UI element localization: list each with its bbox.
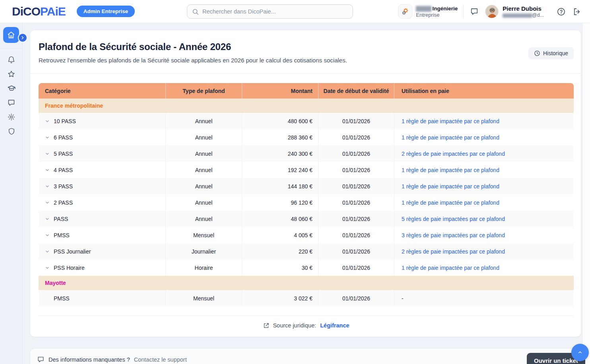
logout-icon[interactable] [572,6,582,17]
sidebar-expand-button[interactable] [18,33,27,43]
category-name: 6 PASS [54,134,73,141]
company-name-redacted: ▇▇▇▇ [416,6,431,12]
usage-rules-link[interactable]: 1 règle de paie impactée par ce plafond [402,134,499,141]
usage-rules-link[interactable]: 1 règle de paie impactée par ce plafond [402,118,499,124]
company-switcher[interactable]: ▇▇▇▇ Ingénierie Entreprise [398,4,458,19]
star-icon [7,70,16,78]
sidebar-item-notifications[interactable] [0,52,23,67]
company-type-label: Entreprise [416,12,458,18]
usage-rules-link[interactable]: 1 règle de paie impactée par ce plafond [402,199,499,206]
shield-icon [8,127,16,136]
amount-cell: 220 € [242,243,318,259]
usage-rules-link[interactable]: 5 règles de paie impactées par ce plafon… [402,216,505,222]
source-label: Source juridique: [273,322,316,329]
table-row: PMSSMensuel4 005 €01/01/20263 règles de … [39,227,574,243]
search-input[interactable] [202,8,348,15]
support-chat-icon [37,356,45,363]
chevron-down-icon[interactable] [45,135,50,140]
validity-date-cell: 01/01/2026 [318,243,394,259]
category-cell: PMSS [39,227,166,243]
chevron-down-icon[interactable] [45,168,50,172]
sidebar-item-favorites[interactable] [0,67,23,81]
table-row: PMSSMensuel3 022 €01/01/2026- [39,290,574,306]
category-cell: 4 PASS [39,162,166,178]
logo-part2: PAiE [40,5,66,18]
chevron-down-icon[interactable] [45,151,50,156]
amount-cell: 144 180 € [242,178,318,194]
search-icon [192,8,199,15]
section-label: Mayotte [45,280,66,286]
chevron-down-icon[interactable] [45,184,50,189]
validity-date-cell: 01/01/2026 [318,129,394,145]
usage-cell: - [394,290,574,306]
validity-date-cell: 01/01/2026 [318,227,394,243]
category-name: 3 PASS [54,183,73,190]
column-header-montant: Montant [242,83,318,99]
category-cell: PMSS [39,290,166,306]
chevron-right-icon [21,36,25,40]
sidebar-item-training[interactable] [0,81,23,95]
usage-cell: 3 règles de paie impactées par ce plafon… [394,227,574,243]
type-cell: Annuel [166,129,242,145]
usage-cell: 5 règles de paie impactées par ce plafon… [394,211,574,227]
user-name: Pierre Dubois [503,5,544,12]
bell-icon [7,56,16,64]
amount-cell: 48 060 € [242,211,318,227]
sidebar-item-security[interactable] [0,124,23,138]
chevron-down-icon[interactable] [45,119,50,124]
contact-support-link[interactable]: Contactez le support [134,356,187,363]
column-header-date: Date de début de validité [318,83,394,99]
category-cell: 5 PASS [39,145,166,162]
help-icon[interactable] [556,6,566,17]
sidebar-item-settings[interactable] [0,110,23,124]
support-question: Des informations manquantes ? [49,356,130,363]
usage-rules-link[interactable]: 1 règle de paie impactée par ce plafond [402,183,499,190]
chevron-down-icon[interactable] [45,200,50,205]
usage-cell: 2 règles de paie impactées par ce plafon… [394,243,574,259]
usage-rules-link[interactable]: 1 règle de paie impactée par ce plafond [402,265,499,271]
sidebar-item-messages[interactable] [0,95,23,110]
global-search[interactable] [187,4,353,19]
table-body: France métropolitaine10 PASSAnnuel480 60… [39,99,574,306]
plafond-table: Catégorie Type de plafond Montant Date d… [39,83,574,306]
validity-date-cell: 01/01/2026 [318,194,394,211]
avatar [485,5,499,18]
table-row: PASSAnnuel48 060 €01/01/20265 règles de … [39,211,574,227]
type-cell: Annuel [166,194,242,211]
legifrance-link[interactable]: Légifrance [320,322,349,329]
usage-cell: 2 règles de paie impactées par ce plafon… [394,145,574,162]
scroll-to-top-button[interactable] [571,344,589,361]
chevron-down-icon[interactable] [45,217,50,221]
validity-date-cell: 01/01/2026 [318,178,394,194]
usage-rules-link[interactable]: 3 règles de paie impactées par ce plafon… [402,232,505,238]
chevron-down-icon[interactable] [45,265,50,270]
user-menu[interactable]: Pierre Dubois ▇▇▇▇▇▇▇▇▇▇▇@d... [485,5,544,18]
company-logo-icon [398,4,412,19]
external-link-icon [263,322,270,329]
plafond-card: Plafond de la Sécurité sociale - Année 2… [30,30,581,337]
amount-cell: 4 005 € [242,227,318,243]
usage-cell: 1 règle de paie impactée par ce plafond [394,194,574,211]
usage-rules-link[interactable]: 1 règle de paie impactée par ce plafond [402,167,499,173]
amount-cell: 288 360 € [242,129,318,145]
usage-rules-link[interactable]: 2 règles de paie impactées par ce plafon… [402,248,505,255]
scrollbar-gutter[interactable] [582,23,590,364]
table-section-row: Mayotte [39,276,574,290]
chat-icon[interactable] [469,6,479,17]
type-cell: Horaire [166,259,242,276]
validity-date-cell: 01/01/2026 [318,211,394,227]
usage-rules-link[interactable]: 2 règles de paie impactées par ce plafon… [402,151,505,157]
chevron-down-icon[interactable] [45,249,50,254]
table-row: 5 PASSAnnuel240 300 €01/01/20262 règles … [39,145,574,162]
type-cell: Annuel [166,113,242,129]
history-button-label: Historique [543,50,568,56]
support-bar: Des informations manquantes ? Contactez … [30,348,581,364]
category-name: 2 PASS [54,199,73,206]
sidebar-item-home[interactable] [3,27,19,43]
card-header: Plafond de la Sécurité sociale - Année 2… [30,30,581,74]
chevron-down-icon[interactable] [45,233,50,238]
table-row: 3 PASSAnnuel144 180 €01/01/20261 règle d… [39,178,574,194]
validity-date-cell: 01/01/2026 [318,145,394,162]
type-cell: Journalier [166,243,242,259]
history-button[interactable]: Historique [528,47,574,59]
